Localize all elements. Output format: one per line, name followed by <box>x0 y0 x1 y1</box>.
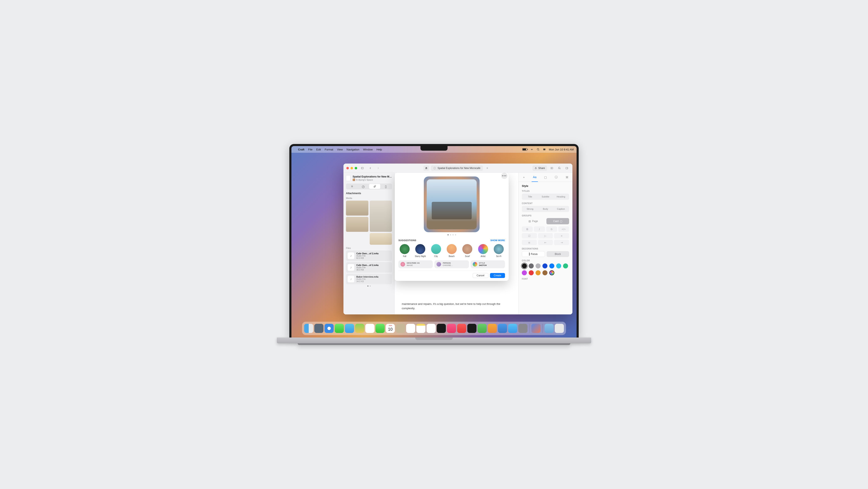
group-card-button[interactable]: Card ▢ <box>547 218 569 224</box>
dock-trash-icon[interactable] <box>555 324 564 333</box>
suggestion-artist[interactable]: Artist <box>477 244 489 257</box>
close-window-button[interactable] <box>346 167 349 169</box>
color-swatch[interactable] <box>535 263 540 268</box>
dock-craft-icon[interactable] <box>531 324 540 333</box>
menu-view[interactable]: View <box>337 148 343 151</box>
dock-keynote-icon[interactable] <box>498 324 507 333</box>
dock-news-icon[interactable] <box>457 324 466 333</box>
dock-numbers-icon[interactable] <box>477 324 487 333</box>
dock-settings-icon[interactable] <box>518 324 527 333</box>
dock-messages-icon[interactable] <box>335 324 344 333</box>
dock-notes-icon[interactable] <box>416 324 426 333</box>
inspector-tab-info[interactable]: ⓘ <box>553 174 559 181</box>
dock-maps-icon[interactable] <box>355 324 364 333</box>
show-more-button[interactable]: SHOW MORE <box>490 239 505 241</box>
home-button[interactable] <box>423 165 429 171</box>
media-thumb[interactable] <box>346 217 368 232</box>
menu-window[interactable]: Window <box>363 148 373 151</box>
tool-number-list[interactable]: ≣ <box>522 240 537 245</box>
color-swatch[interactable] <box>549 263 554 268</box>
seg-bookmark-icon[interactable]: ▯ <box>380 184 392 189</box>
color-swatch-custom[interactable] <box>549 270 554 275</box>
minimize-window-button[interactable] <box>350 167 353 169</box>
document-body-text[interactable]: maintenance and repairs. It's a big ques… <box>402 302 511 311</box>
sidebar-toggle-button[interactable] <box>360 166 365 170</box>
inspector-tab-add[interactable]: + <box>521 174 527 181</box>
color-swatch[interactable] <box>522 263 527 268</box>
dock-stocks-icon[interactable] <box>467 324 476 333</box>
suggestion-fall[interactable]: Fall <box>398 244 411 257</box>
dock-pages-icon[interactable] <box>488 324 497 333</box>
sidebar-pager[interactable] <box>346 286 392 287</box>
group-page-button[interactable]: ▤ Page <box>522 218 545 224</box>
tool-outdent[interactable]: ⇤ <box>538 240 553 245</box>
inspector-tab-keyboard[interactable]: ⌘ <box>564 174 570 181</box>
describe-image-button[interactable]: DESCRIBE ANIMAGE <box>398 260 433 268</box>
dock-tv-icon[interactable] <box>437 324 446 333</box>
seg-list-icon[interactable]: ≡ <box>346 184 358 189</box>
menu-edit[interactable]: Edit <box>316 148 321 151</box>
color-swatch[interactable] <box>535 270 540 275</box>
color-swatch[interactable] <box>522 270 527 275</box>
more-options-button[interactable]: ••• <box>501 173 507 179</box>
menu-format[interactable]: Format <box>325 148 333 151</box>
image-pager[interactable] <box>398 234 505 235</box>
suggestion-starry-night[interactable]: Starry Night <box>414 244 427 257</box>
dock-contacts-icon[interactable] <box>396 324 405 333</box>
decoration-block[interactable]: Block <box>547 251 569 257</box>
menubar-datetime[interactable]: Mon Jun 10 9:41 AM <box>549 148 574 151</box>
dock-mail-icon[interactable] <box>345 324 354 333</box>
media-thumb[interactable] <box>346 201 368 216</box>
menubar-app-name[interactable]: Craft <box>298 148 304 151</box>
battery-icon[interactable] <box>522 148 527 151</box>
dock-appstore-icon[interactable] <box>508 324 517 333</box>
menu-navigation[interactable]: Navigation <box>347 148 359 151</box>
file-item[interactable]: ♪ Cafe Own…of 2.m4a Audio File 30.0 KB <box>346 262 392 272</box>
suggestion-scifi[interactable]: Sci-Fi <box>493 244 505 257</box>
dock-downloads-icon[interactable] <box>545 324 554 333</box>
tool-strike[interactable]: S <box>546 226 557 232</box>
sidebar-view-segmented[interactable]: ≡ ◷ ▯ <box>346 184 392 189</box>
wifi-icon[interactable] <box>530 148 533 151</box>
zoom-window-button[interactable] <box>355 167 357 169</box>
seg-attachment-icon[interactable] <box>369 184 380 189</box>
control-center-icon[interactable] <box>542 148 546 151</box>
color-swatch[interactable] <box>542 263 548 268</box>
document-title-chip[interactable]: Spatial Explorations for New Microcafe <box>431 165 483 171</box>
suggestion-city[interactable]: City <box>430 244 442 257</box>
add-tab-button[interactable]: + <box>485 165 490 171</box>
tool-italic[interactable]: I <box>534 226 545 232</box>
file-item[interactable]: ♪ Cafe Own…of 2.m4a Audio File 62.0 KB <box>346 251 392 261</box>
tool-indent[interactable]: ⇥ <box>554 240 569 245</box>
content-segmented[interactable]: Strong Body Caption <box>522 206 569 212</box>
notifications-button[interactable] <box>557 166 562 170</box>
inspector-tab-page[interactable]: ▢ <box>542 174 549 181</box>
tool-code[interactable]: </> <box>558 226 569 232</box>
decoration-focus[interactable]: Focus <box>522 251 545 257</box>
forward-button[interactable] <box>375 166 381 170</box>
dock-facetime-icon[interactable] <box>375 324 385 333</box>
dock-photos-icon[interactable] <box>365 324 374 333</box>
media-thumb[interactable] <box>370 201 392 232</box>
suggestion-beach[interactable]: Beach <box>445 244 458 257</box>
style-button[interactable]: STYLESKETCH <box>471 260 505 268</box>
generated-image-preview[interactable] <box>424 176 479 232</box>
tool-checkbox[interactable]: ☑ <box>522 233 537 238</box>
layout-button[interactable] <box>564 166 569 170</box>
color-swatch[interactable] <box>529 270 534 275</box>
cancel-button[interactable]: Cancel <box>473 273 488 278</box>
dock-music-icon[interactable] <box>447 324 456 333</box>
titles-segmented[interactable]: Title Subtitle Heading <box>522 194 569 200</box>
back-button[interactable] <box>368 166 373 170</box>
play-button[interactable] <box>549 166 555 170</box>
dock-launchpad-icon[interactable] <box>314 324 323 333</box>
inspector-tab-style[interactable]: Aa <box>532 173 538 182</box>
document-canvas[interactable]: ••• SUGGESTIONS SHOW MORE Fall Starry Ni… <box>395 173 518 315</box>
dock-safari-icon[interactable] <box>324 324 334 333</box>
share-button[interactable]: Share <box>532 165 547 171</box>
create-button[interactable]: Create <box>490 273 505 278</box>
seg-clock-icon[interactable]: ◷ <box>358 184 369 189</box>
menu-help[interactable]: Help <box>377 148 382 151</box>
color-swatch[interactable] <box>529 263 534 268</box>
menu-file[interactable]: File <box>308 148 312 151</box>
